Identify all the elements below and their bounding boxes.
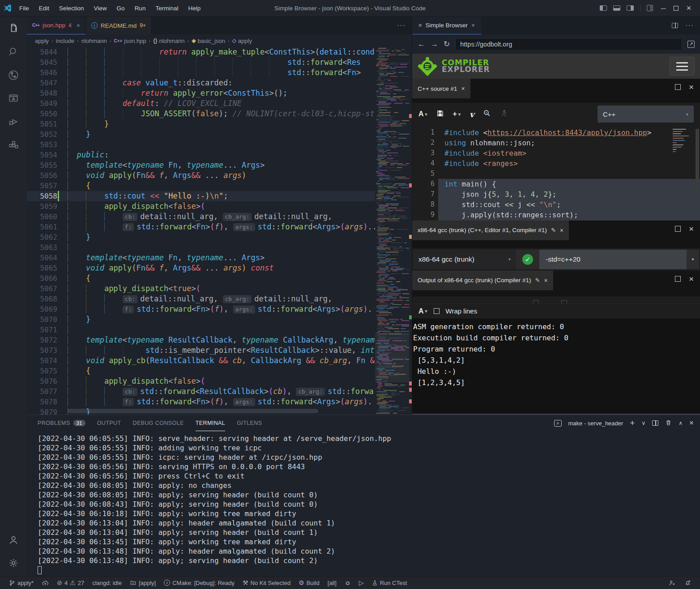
- maximize-pane-icon[interactable]: [675, 276, 681, 282]
- tab-readme-md[interactable]: i README.md 9+: [86, 17, 152, 34]
- terminal-dropdown-icon[interactable]: ∨: [641, 420, 645, 426]
- build-target-item[interactable]: [all]: [324, 576, 340, 589]
- minimap-slider[interactable]: [375, 333, 409, 382]
- maximize-pane-icon[interactable]: [675, 84, 681, 90]
- extensions-icon[interactable]: [8, 139, 19, 151]
- zoom-search-icon[interactable]: [483, 109, 491, 119]
- ctest-item[interactable]: Run CTest: [368, 576, 411, 589]
- horizontal-scrollbar[interactable]: [68, 409, 318, 413]
- menu-terminal[interactable]: Terminal: [151, 3, 182, 13]
- publish-item[interactable]: [38, 576, 52, 589]
- source-pane-tab[interactable]: C++ source #1 ×: [412, 79, 470, 98]
- close-pane-icon[interactable]: ×: [461, 85, 465, 92]
- menu-selection[interactable]: Selection: [55, 3, 88, 13]
- breadcrumb-item-basic_json[interactable]: ◈basic_json: [192, 38, 225, 44]
- rename-pane-icon[interactable]: ✎: [535, 277, 540, 284]
- kill-terminal-icon[interactable]: [665, 419, 672, 428]
- toggle-sidebar-icon[interactable]: [600, 5, 607, 11]
- panel-tab-problems[interactable]: PROBLEMS31: [38, 415, 85, 431]
- save-icon[interactable]: [436, 110, 444, 119]
- forward-icon[interactable]: →: [431, 40, 438, 49]
- run-and-debug-icon[interactable]: [8, 116, 19, 127]
- source-code-editor[interactable]: 1#include <https://localhost:8443/apply/…: [412, 125, 700, 220]
- menu-edit[interactable]: Edit: [35, 3, 53, 13]
- terminal-session-label[interactable]: make - serve_header: [568, 420, 623, 427]
- close-pane-icon[interactable]: ×: [544, 277, 548, 284]
- editor-more-actions[interactable]: ···: [397, 17, 412, 34]
- close-pane-icon[interactable]: ×: [560, 227, 563, 234]
- options-dropdown-icon[interactable]: ▾: [687, 250, 699, 269]
- maximize-button[interactable]: [674, 6, 679, 11]
- menu-file[interactable]: File: [15, 3, 33, 13]
- terminal-output[interactable]: [2022-04-30 06:05:55] INFO: serve_header…: [27, 431, 700, 576]
- notifications-item[interactable]: [681, 579, 695, 586]
- build-item[interactable]: ⚙ Build: [295, 576, 323, 589]
- accounts-icon[interactable]: [8, 534, 19, 546]
- search-icon[interactable]: [8, 46, 19, 58]
- kit-item[interactable]: ⚒ No Kit Selected: [239, 576, 294, 589]
- minimize-button[interactable]: ─: [659, 4, 667, 12]
- menu-run[interactable]: Run: [131, 3, 150, 13]
- output-font-size-button[interactable]: A▾: [418, 307, 427, 315]
- breadcrumb-item-json.hpp[interactable]: C++json.hpp: [114, 38, 146, 44]
- launch-item[interactable]: ▷: [355, 576, 367, 589]
- cmake-status-item[interactable]: i CMake: [Debug]: Ready: [160, 576, 238, 589]
- close-tab-icon[interactable]: ×: [471, 22, 475, 29]
- breadcrumb-item-apply[interactable]: apply: [35, 38, 49, 44]
- menu-help[interactable]: Help: [184, 3, 205, 13]
- cmake-folder-item[interactable]: [apply]: [126, 576, 159, 589]
- toggle-secondary-sidebar-icon[interactable]: [627, 5, 634, 11]
- problems-item[interactable]: ⊘ 4 ⚠ 27: [53, 576, 88, 589]
- more-actions-icon[interactable]: ···: [685, 21, 694, 30]
- compiler-options-input[interactable]: -std=c++20: [539, 250, 687, 269]
- back-icon[interactable]: ←: [418, 40, 425, 49]
- close-panel-icon[interactable]: ×: [689, 419, 694, 428]
- clangd-status-item[interactable]: clangd: idle: [89, 576, 125, 589]
- reload-icon[interactable]: ↻: [444, 39, 450, 49]
- quick-bench-runner-icon[interactable]: [500, 109, 508, 119]
- font-size-button[interactable]: A▾: [418, 110, 427, 118]
- close-tab-icon[interactable]: ×: [77, 22, 80, 29]
- code-editor[interactable]: 5044 return apply_make_tuple<ConstThis>(…: [27, 47, 412, 415]
- breadcrumb-item-apply[interactable]: ◇apply: [232, 38, 252, 44]
- maximize-pane-icon[interactable]: [675, 226, 681, 232]
- settings-gear-icon[interactable]: [8, 557, 19, 569]
- maximize-panel-icon[interactable]: ∧: [679, 420, 683, 426]
- compiler-select[interactable]: x86-64 gcc (trunk) ▾: [413, 250, 516, 269]
- toggle-panel-icon[interactable]: [613, 5, 620, 11]
- close-pane-icon[interactable]: ×: [689, 276, 694, 282]
- panel-tab-output[interactable]: OUTPUT: [97, 415, 121, 431]
- split-editor-icon[interactable]: [672, 23, 678, 28]
- close-pane-icon[interactable]: ×: [689, 84, 694, 90]
- output-pane-tab[interactable]: Output of x86-64 gcc (trunk) (Compiler #…: [412, 271, 553, 290]
- customize-layout-icon[interactable]: [647, 5, 653, 11]
- url-input[interactable]: https://godbolt.org: [455, 38, 682, 51]
- source-control-icon[interactable]: [8, 69, 19, 81]
- test-window-icon[interactable]: [8, 93, 19, 104]
- explorer-icon[interactable]: [8, 23, 19, 34]
- git-branch-item[interactable]: apply*: [5, 576, 37, 589]
- debug-item[interactable]: [341, 576, 354, 589]
- source-scrollbar[interactable]: [696, 129, 699, 196]
- menu-view[interactable]: View: [90, 3, 111, 13]
- open-external-icon[interactable]: ↗: [687, 41, 695, 48]
- panel-tab-gitlens[interactable]: GITLENS: [237, 415, 262, 431]
- breadcrumb-item-include[interactable]: include: [56, 38, 74, 44]
- menu-go[interactable]: Go: [113, 3, 129, 13]
- breadcrumb-item-nlohmann[interactable]: nlohmann: [81, 38, 107, 44]
- new-terminal-icon[interactable]: +: [630, 418, 635, 428]
- add-pane-button[interactable]: +▾: [453, 110, 461, 118]
- rename-pane-icon[interactable]: ✎: [551, 227, 556, 233]
- tab-simple-browser[interactable]: ≡ Simple Browser ×: [412, 17, 481, 34]
- tab-json-hpp[interactable]: C++ json.hpp 4 ×: [27, 17, 86, 34]
- vim-toggle-icon[interactable]: v: [470, 110, 474, 119]
- close-pane-icon[interactable]: ×: [689, 226, 694, 232]
- hamburger-menu-button[interactable]: [670, 57, 695, 76]
- compiler-pane-tab[interactable]: x86-64 gcc (trunk) (C++, Editor #1, Comp…: [412, 220, 569, 240]
- panel-tab-terminal[interactable]: TERMINAL: [196, 415, 225, 431]
- breadcrumb-item-nlohmann[interactable]: {}nlohmann: [153, 38, 184, 44]
- split-terminal-icon[interactable]: [652, 420, 658, 426]
- panel-tab-debug-console[interactable]: DEBUG CONSOLE: [133, 415, 184, 431]
- language-select[interactable]: C++ ▾: [598, 106, 694, 123]
- wrap-lines-checkbox[interactable]: [434, 308, 440, 314]
